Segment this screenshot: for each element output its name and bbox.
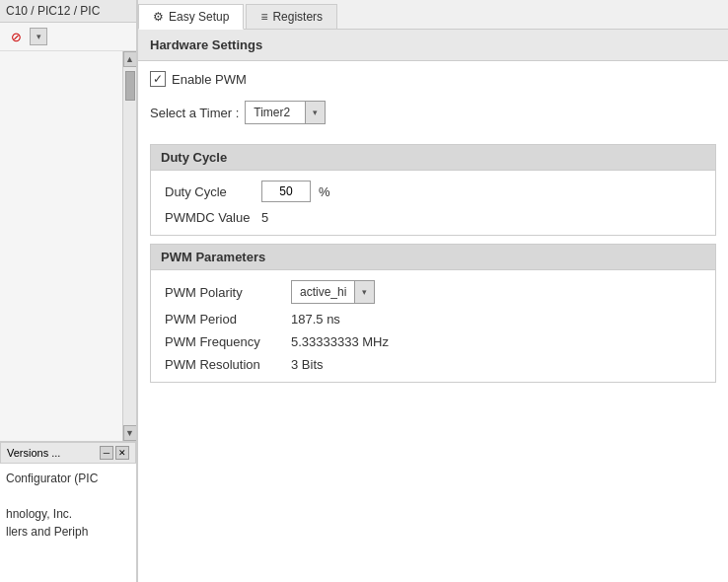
versions-label: Versions ... [7,447,60,459]
pwm-parameters-header: PWM Parameters [151,245,715,270]
main-content: ⚙ Easy Setup ≡ Registers Hardware Settin… [138,0,728,582]
content-area: Hardware Settings ✓ Enable PWM Select a … [138,30,728,582]
registers-icon: ≡ [260,10,267,24]
pwmdc-value: 5 [261,210,268,225]
duty-cycle-group: Duty Cycle Duty Cycle % PWMDC Value 5 [150,144,716,236]
timer-select[interactable]: Timer2 ▾ [245,101,326,124]
company-line-4: llers and Periph [6,523,130,541]
frequency-row: PWM Frequency 5.33333333 MHz [165,334,701,349]
stop-icon[interactable]: ⊘ [6,27,26,46]
sidebar-bottom: Versions ... ─ ✕ Configurator (PIC hnolo… [0,441,136,582]
polarity-label: PWM Polarity [165,285,283,300]
sidebar-content [0,51,122,441]
versions-bar-buttons: ─ ✕ [100,446,129,460]
polarity-select-arrow[interactable]: ▾ [354,281,374,303]
versions-bar: Versions ... ─ ✕ [0,442,136,464]
polarity-select[interactable]: active_hi ▾ [291,280,375,304]
sidebar-text-area: Configurator (PIC hnology, Inc. llers an… [0,464,136,582]
duty-cycle-row: Duty Cycle % [165,181,701,202]
sidebar-title: C10 / PIC12 / PIC [0,0,136,23]
pwmdc-label: PWMDC Value [165,210,254,225]
sidebar-icon-row: ⊘ ▾ [0,23,136,51]
timer-select-value: Timer2 [246,102,305,123]
tab-easy-setup-label: Easy Setup [169,10,229,24]
hardware-settings-header: Hardware Settings [138,30,728,61]
resolution-value: 3 Bits [291,357,324,372]
tab-easy-setup[interactable]: ⚙ Easy Setup [138,4,244,30]
minimize-button[interactable]: ─ [100,446,113,460]
select-timer-row: Select a Timer : Timer2 ▾ [138,97,728,136]
company-line-2 [6,487,130,505]
dc-unit: % [319,184,330,199]
timer-select-arrow[interactable]: ▾ [305,102,325,123]
duty-cycle-content: Duty Cycle % PWMDC Value 5 [151,171,715,235]
duty-cycle-header: Duty Cycle [151,145,715,171]
resolution-label: PWM Resolution [165,357,283,372]
scroll-down-arrow[interactable]: ▼ [123,425,137,441]
scroll-up-arrow[interactable]: ▲ [123,51,137,67]
pwmdc-row: PWMDC Value 5 [165,210,701,225]
pwm-parameters-group: PWM Parameters PWM Polarity active_hi ▾ … [150,244,716,383]
tab-registers[interactable]: ≡ Registers [246,4,337,29]
enable-pwm-checkbox[interactable]: ✓ [150,71,166,87]
select-timer-label: Select a Timer : [150,106,239,120]
company-line-1: Configurator (PIC [6,470,130,487]
scroll-thumb[interactable] [125,71,135,101]
company-line-3: hnology, Inc. [6,505,130,523]
sidebar-dropdown-btn[interactable]: ▾ [30,28,47,45]
period-label: PWM Period [165,312,283,327]
frequency-label: PWM Frequency [165,334,283,349]
tab-registers-label: Registers [272,10,323,24]
resolution-row: PWM Resolution 3 Bits [165,357,701,372]
tab-bar: ⚙ Easy Setup ≡ Registers [138,0,728,30]
polarity-select-value: active_hi [292,281,354,303]
pwm-parameters-content: PWM Polarity active_hi ▾ PWM Period 187.… [151,270,715,382]
sidebar-scroll-area: ▲ ▼ [0,51,136,441]
sidebar-right-scrollbar: ▲ ▼ [122,51,136,441]
enable-pwm-label: Enable PWM [172,72,247,87]
period-row: PWM Period 187.5 ns [165,312,701,327]
close-button[interactable]: ✕ [115,446,129,460]
polarity-row: PWM Polarity active_hi ▾ [165,280,701,304]
dc-input[interactable] [261,181,311,202]
left-panel: C10 / PIC12 / PIC ⊘ ▾ ▲ ▼ Versions ... [0,0,138,582]
dc-label: Duty Cycle [165,184,254,199]
gear-icon: ⚙ [153,10,164,24]
frequency-value: 5.33333333 MHz [291,334,389,349]
enable-pwm-row: ✓ Enable PWM [138,61,728,97]
period-value: 187.5 ns [291,312,340,327]
